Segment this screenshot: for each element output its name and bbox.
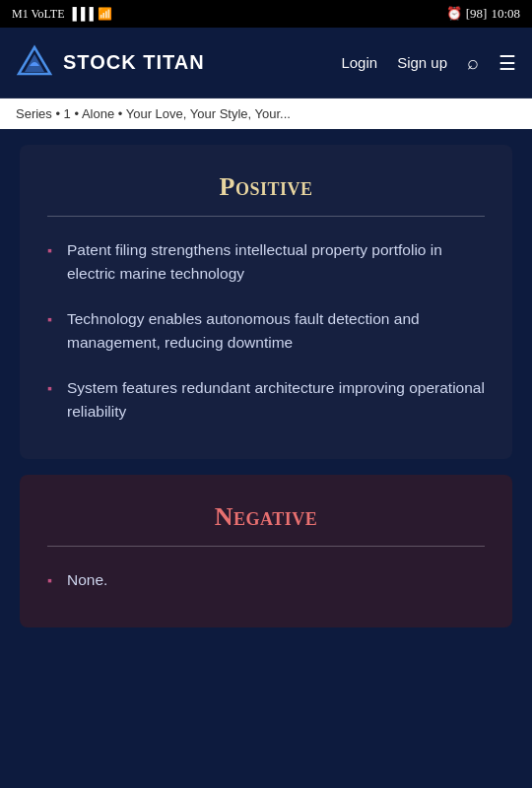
ticker-text: Series • 1 • Alone • Your Love, Your Sty…: [16, 106, 291, 121]
list-item: Technology enables autonomous fault dete…: [47, 307, 485, 355]
brand-name-label: STOCK TITAN: [63, 51, 205, 74]
negative-title: Negative: [47, 502, 485, 532]
status-bar: M1 VoLTE ▐▐▐ 📶 ⏰ [98] 10:08: [0, 0, 532, 28]
login-link[interactable]: Login: [341, 54, 377, 71]
negative-section: Negative None.: [20, 475, 512, 627]
status-right: ⏰ [98] 10:08: [446, 6, 520, 22]
list-item: None.: [47, 568, 485, 592]
navbar: STOCK TITAN Login Sign up ⌕ ☰: [0, 28, 532, 98]
positive-list: Patent filing strengthens intellectual p…: [47, 238, 485, 424]
main-content: Positive Patent filing strengthens intel…: [0, 145, 532, 647]
search-icon[interactable]: ⌕: [467, 51, 479, 74]
battery-label: [98]: [466, 6, 488, 22]
brand-logo: [16, 44, 53, 82]
positive-divider: [47, 216, 485, 217]
negative-list: None.: [47, 568, 485, 592]
signup-link[interactable]: Sign up: [397, 54, 447, 71]
negative-divider: [47, 546, 485, 547]
carrier-label: M1 VoLTE: [12, 7, 64, 22]
time-label: 10:08: [491, 6, 520, 22]
positive-section: Positive Patent filing strengthens intel…: [20, 145, 512, 459]
status-left: M1 VoLTE ▐▐▐ 📶: [12, 7, 112, 22]
navbar-actions: Login Sign up ⌕ ☰: [341, 51, 516, 75]
alarm-icon: ⏰: [446, 6, 462, 22]
list-item: System features redundant architecture i…: [47, 376, 485, 424]
positive-title: Positive: [47, 172, 485, 202]
brand-container: STOCK TITAN: [16, 44, 205, 82]
list-item: Patent filing strengthens intellectual p…: [47, 238, 485, 286]
menu-icon[interactable]: ☰: [499, 51, 516, 75]
signal-icon: ▐▐▐: [68, 7, 94, 22]
wifi-icon: 📶: [98, 7, 112, 22]
ticker-banner: Series • 1 • Alone • Your Love, Your Sty…: [0, 98, 532, 129]
